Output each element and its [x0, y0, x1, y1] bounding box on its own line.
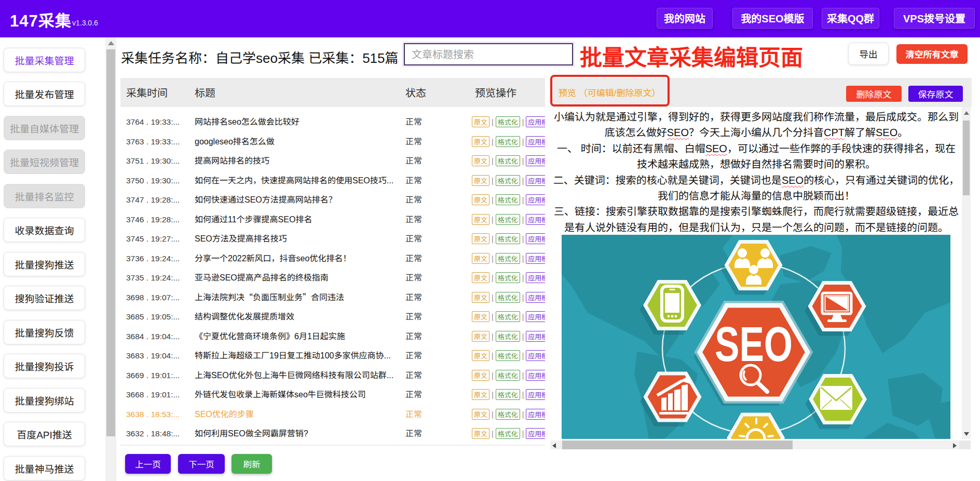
svg-text:SEO: SEO [715, 316, 793, 371]
